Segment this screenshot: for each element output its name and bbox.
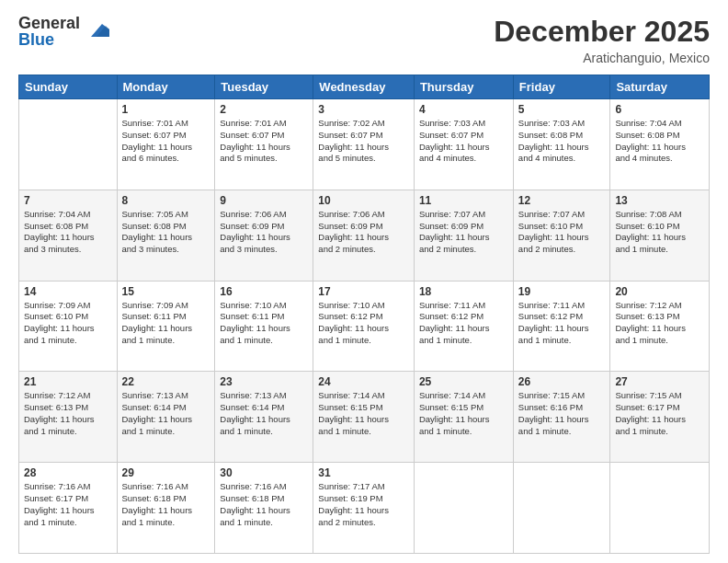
- day-info: Sunrise: 7:16 AM Sunset: 6:18 PM Dayligh…: [220, 481, 308, 528]
- day-info: Sunrise: 7:01 AM Sunset: 6:07 PM Dayligh…: [220, 118, 308, 165]
- day-info: Sunrise: 7:12 AM Sunset: 6:13 PM Dayligh…: [615, 300, 704, 347]
- day-info: Sunrise: 7:15 AM Sunset: 6:17 PM Dayligh…: [615, 390, 704, 437]
- day-cell: 16Sunrise: 7:10 AM Sunset: 6:11 PM Dayli…: [215, 281, 313, 372]
- logo-text: General Blue: [18, 15, 80, 48]
- week-row-2: 7Sunrise: 7:04 AM Sunset: 6:08 PM Daylig…: [19, 190, 710, 281]
- day-number: 9: [220, 194, 308, 207]
- day-number: 21: [24, 375, 112, 388]
- day-number: 2: [220, 103, 308, 116]
- day-cell: [19, 99, 118, 190]
- logo-blue: Blue: [18, 31, 80, 48]
- day-info: Sunrise: 7:11 AM Sunset: 6:12 PM Dayligh…: [419, 300, 508, 347]
- day-number: 27: [615, 375, 704, 388]
- day-info: Sunrise: 7:05 AM Sunset: 6:08 PM Dayligh…: [122, 209, 210, 256]
- day-cell: 17Sunrise: 7:10 AM Sunset: 6:12 PM Dayli…: [313, 281, 415, 372]
- day-number: 28: [24, 466, 112, 479]
- day-number: 25: [419, 375, 508, 388]
- col-header-sunday: Sunday: [19, 75, 118, 99]
- day-info: Sunrise: 7:17 AM Sunset: 6:19 PM Dayligh…: [318, 481, 409, 528]
- day-cell: 26Sunrise: 7:15 AM Sunset: 6:16 PM Dayli…: [513, 372, 610, 463]
- day-info: Sunrise: 7:02 AM Sunset: 6:07 PM Dayligh…: [318, 118, 409, 165]
- day-cell: 6Sunrise: 7:04 AM Sunset: 6:08 PM Daylig…: [610, 99, 710, 190]
- calendar-table: SundayMondayTuesdayWednesdayThursdayFrid…: [18, 75, 710, 554]
- day-number: 17: [318, 285, 409, 298]
- col-header-friday: Friday: [513, 75, 610, 99]
- day-cell: 28Sunrise: 7:16 AM Sunset: 6:17 PM Dayli…: [19, 463, 118, 554]
- day-info: Sunrise: 7:14 AM Sunset: 6:15 PM Dayligh…: [419, 390, 508, 437]
- day-info: Sunrise: 7:07 AM Sunset: 6:09 PM Dayligh…: [419, 209, 508, 256]
- col-header-wednesday: Wednesday: [313, 75, 415, 99]
- header: General Blue December 2025 Aratichanguio…: [18, 15, 710, 65]
- day-number: 18: [419, 285, 508, 298]
- title-block: December 2025 Aratichanguio, Mexico: [494, 15, 710, 65]
- day-cell: 4Sunrise: 7:03 AM Sunset: 6:07 PM Daylig…: [414, 99, 513, 190]
- logo-general: General: [18, 15, 80, 31]
- day-info: Sunrise: 7:03 AM Sunset: 6:08 PM Dayligh…: [518, 118, 606, 165]
- day-number: 16: [220, 285, 308, 298]
- day-number: 10: [318, 194, 409, 207]
- day-number: 6: [615, 103, 704, 116]
- day-number: 1: [122, 103, 210, 116]
- day-number: 14: [24, 285, 112, 298]
- day-info: Sunrise: 7:12 AM Sunset: 6:13 PM Dayligh…: [24, 390, 112, 437]
- day-cell: 1Sunrise: 7:01 AM Sunset: 6:07 PM Daylig…: [117, 99, 215, 190]
- day-cell: 24Sunrise: 7:14 AM Sunset: 6:15 PM Dayli…: [313, 372, 415, 463]
- month-title: December 2025: [494, 15, 710, 49]
- day-cell: 12Sunrise: 7:07 AM Sunset: 6:10 PM Dayli…: [513, 190, 610, 281]
- day-info: Sunrise: 7:13 AM Sunset: 6:14 PM Dayligh…: [122, 390, 210, 437]
- day-cell: 3Sunrise: 7:02 AM Sunset: 6:07 PM Daylig…: [313, 99, 415, 190]
- day-info: Sunrise: 7:09 AM Sunset: 6:10 PM Dayligh…: [24, 300, 112, 347]
- day-number: 20: [615, 285, 704, 298]
- day-info: Sunrise: 7:11 AM Sunset: 6:12 PM Dayligh…: [518, 300, 606, 347]
- day-number: 11: [419, 194, 508, 207]
- day-number: 5: [518, 103, 606, 116]
- day-number: 31: [318, 466, 409, 479]
- col-header-tuesday: Tuesday: [215, 75, 313, 99]
- day-cell: 14Sunrise: 7:09 AM Sunset: 6:10 PM Dayli…: [19, 281, 118, 372]
- day-cell: 5Sunrise: 7:03 AM Sunset: 6:08 PM Daylig…: [513, 99, 610, 190]
- day-info: Sunrise: 7:15 AM Sunset: 6:16 PM Dayligh…: [518, 390, 606, 437]
- week-row-4: 21Sunrise: 7:12 AM Sunset: 6:13 PM Dayli…: [19, 372, 710, 463]
- day-cell: 18Sunrise: 7:11 AM Sunset: 6:12 PM Dayli…: [414, 281, 513, 372]
- day-info: Sunrise: 7:07 AM Sunset: 6:10 PM Dayligh…: [518, 209, 606, 256]
- day-cell: 27Sunrise: 7:15 AM Sunset: 6:17 PM Dayli…: [610, 372, 710, 463]
- day-cell: 25Sunrise: 7:14 AM Sunset: 6:15 PM Dayli…: [414, 372, 513, 463]
- day-info: Sunrise: 7:06 AM Sunset: 6:09 PM Dayligh…: [220, 209, 308, 256]
- week-row-1: 1Sunrise: 7:01 AM Sunset: 6:07 PM Daylig…: [19, 99, 710, 190]
- day-cell: 8Sunrise: 7:05 AM Sunset: 6:08 PM Daylig…: [117, 190, 215, 281]
- day-number: 4: [419, 103, 508, 116]
- day-number: 30: [220, 466, 308, 479]
- day-info: Sunrise: 7:01 AM Sunset: 6:07 PM Dayligh…: [122, 118, 210, 165]
- day-cell: 20Sunrise: 7:12 AM Sunset: 6:13 PM Dayli…: [610, 281, 710, 372]
- day-cell: 29Sunrise: 7:16 AM Sunset: 6:18 PM Dayli…: [117, 463, 215, 554]
- day-number: 26: [518, 375, 606, 388]
- day-info: Sunrise: 7:03 AM Sunset: 6:07 PM Dayligh…: [419, 118, 508, 165]
- day-cell: 11Sunrise: 7:07 AM Sunset: 6:09 PM Dayli…: [414, 190, 513, 281]
- day-cell: [513, 463, 610, 554]
- day-info: Sunrise: 7:09 AM Sunset: 6:11 PM Dayligh…: [122, 300, 210, 347]
- col-header-saturday: Saturday: [610, 75, 710, 99]
- day-info: Sunrise: 7:10 AM Sunset: 6:12 PM Dayligh…: [318, 300, 409, 347]
- day-info: Sunrise: 7:08 AM Sunset: 6:10 PM Dayligh…: [615, 209, 704, 256]
- col-header-thursday: Thursday: [414, 75, 513, 99]
- day-cell: [610, 463, 710, 554]
- week-row-3: 14Sunrise: 7:09 AM Sunset: 6:10 PM Dayli…: [19, 281, 710, 372]
- day-number: 13: [615, 194, 704, 207]
- day-number: 24: [318, 375, 409, 388]
- day-info: Sunrise: 7:06 AM Sunset: 6:09 PM Dayligh…: [318, 209, 409, 256]
- day-number: 19: [518, 285, 606, 298]
- day-cell: 23Sunrise: 7:13 AM Sunset: 6:14 PM Dayli…: [215, 372, 313, 463]
- day-cell: [414, 463, 513, 554]
- day-cell: 31Sunrise: 7:17 AM Sunset: 6:19 PM Dayli…: [313, 463, 415, 554]
- day-cell: 22Sunrise: 7:13 AM Sunset: 6:14 PM Dayli…: [117, 372, 215, 463]
- day-info: Sunrise: 7:04 AM Sunset: 6:08 PM Dayligh…: [615, 118, 704, 165]
- day-info: Sunrise: 7:10 AM Sunset: 6:11 PM Dayligh…: [220, 300, 308, 347]
- day-number: 12: [518, 194, 606, 207]
- day-number: 29: [122, 466, 210, 479]
- day-info: Sunrise: 7:04 AM Sunset: 6:08 PM Dayligh…: [24, 209, 112, 256]
- day-number: 15: [122, 285, 210, 298]
- day-info: Sunrise: 7:14 AM Sunset: 6:15 PM Dayligh…: [318, 390, 409, 437]
- day-number: 7: [24, 194, 112, 207]
- day-cell: 9Sunrise: 7:06 AM Sunset: 6:09 PM Daylig…: [215, 190, 313, 281]
- day-number: 22: [122, 375, 210, 388]
